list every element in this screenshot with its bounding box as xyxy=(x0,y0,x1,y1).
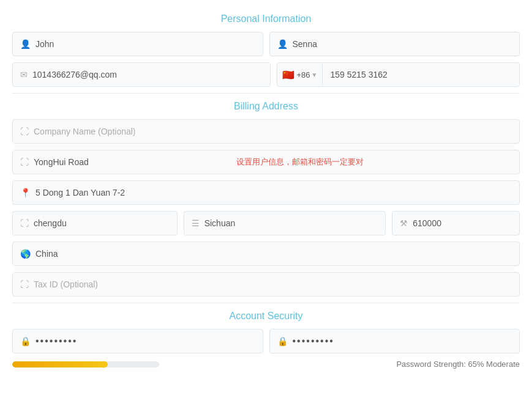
company-placeholder: Company Name (Optional) xyxy=(34,127,136,136)
zip-field[interactable]: ⚒ 610000 xyxy=(392,211,520,235)
chevron-down-icon: ▼ xyxy=(312,72,318,78)
user-icon-2: 👤 xyxy=(277,39,288,49)
tax-icon: ⛶ xyxy=(20,279,29,289)
strength-label: Password Strength: 65% Moderate xyxy=(165,360,520,369)
strength-row: Password Strength: 65% Moderate xyxy=(12,360,520,369)
last-name-value: Senna xyxy=(293,39,317,49)
email-phone-row: ✉ 1014366276@qq.com 🇨🇳 +86 ▼ 159 5215 31… xyxy=(12,62,520,87)
last-name-field[interactable]: 👤 Senna xyxy=(269,32,520,56)
password-field[interactable]: 🔒 ••••••••• xyxy=(12,329,263,353)
personal-info-title: Personal Information xyxy=(12,13,520,24)
street-field[interactable]: ⛶ YongHui Road 设置用户信息，邮箱和密码一定要对 xyxy=(12,150,520,174)
phone-code: +86 xyxy=(297,70,310,79)
phone-number-value: 159 5215 3162 xyxy=(323,65,394,84)
divider-2 xyxy=(12,303,520,303)
email-field[interactable]: ✉ 1014366276@qq.com xyxy=(12,62,271,87)
company-field[interactable]: ⛶ Company Name (Optional) xyxy=(12,119,520,144)
country-value: China xyxy=(36,249,58,259)
state-field[interactable]: ☰ Sichuan xyxy=(184,211,386,235)
billing-address-title: Billing Address xyxy=(12,101,520,112)
street-value: YongHui Road xyxy=(34,157,89,167)
address2-value: 5 Dong 1 Dan Yuan 7-2 xyxy=(36,188,125,197)
email-value: 1014366276@qq.com xyxy=(32,70,117,79)
divider-1 xyxy=(12,93,520,94)
account-security-section: Account Security 🔒 ••••••••• 🔒 •••••••••… xyxy=(12,311,520,369)
phone-field[interactable]: 🇨🇳 +86 ▼ 159 5215 3162 xyxy=(277,62,520,87)
address2-row: 📍 5 Dong 1 Dan Yuan 7-2 xyxy=(12,180,520,205)
state-value: Sichuan xyxy=(204,218,236,228)
tax-row: ⛶ Tax ID (Optional) xyxy=(12,272,520,297)
state-icon: ☰ xyxy=(192,218,200,228)
phone-country-selector[interactable]: 🇨🇳 +86 ▼ xyxy=(277,64,323,86)
street-row: ⛶ YongHui Road 设置用户信息，邮箱和密码一定要对 xyxy=(12,150,520,174)
name-row: 👤 John 👤 Senna xyxy=(12,32,520,56)
account-security-title: Account Security xyxy=(12,311,520,322)
zip-icon: ⚒ xyxy=(400,218,408,228)
city-state-zip-row: ⛶ chengdu ☰ Sichuan ⚒ 610000 xyxy=(12,211,520,235)
confirm-password-dots: ••••••••• xyxy=(293,336,334,347)
password-dots: ••••••••• xyxy=(36,336,77,347)
country-row: 🌎 China xyxy=(12,242,520,266)
city-value: chengdu xyxy=(34,218,67,228)
personal-info-section: Personal Information 👤 John 👤 Senna ✉ 10… xyxy=(12,13,520,87)
city-icon: ⛶ xyxy=(20,218,29,228)
lock-icon: 🔒 xyxy=(20,336,31,346)
first-name-field[interactable]: 👤 John xyxy=(12,32,263,56)
strength-bar-fill xyxy=(12,361,108,367)
map-icon: ⛶ xyxy=(20,157,29,167)
country-field[interactable]: 🌎 China xyxy=(12,242,520,266)
user-icon: 👤 xyxy=(20,39,31,49)
building-icon: ⛶ xyxy=(20,127,29,136)
tax-placeholder: Tax ID (Optional) xyxy=(34,279,98,289)
first-name-value: John xyxy=(36,39,54,49)
annotation-text: 设置用户信息，邮箱和密码一定要对 xyxy=(89,157,512,168)
company-row: ⛶ Company Name (Optional) xyxy=(12,119,520,144)
tax-field[interactable]: ⛶ Tax ID (Optional) xyxy=(12,272,520,297)
lock-icon-2: 🔒 xyxy=(277,336,288,346)
flag-icon: 🇨🇳 xyxy=(282,69,294,81)
address2-field[interactable]: 📍 5 Dong 1 Dan Yuan 7-2 xyxy=(12,180,520,205)
confirm-password-field[interactable]: 🔒 ••••••••• xyxy=(269,329,520,353)
city-field[interactable]: ⛶ chengdu xyxy=(12,211,178,235)
zip-value: 610000 xyxy=(413,218,441,228)
strength-bar-container xyxy=(12,361,159,367)
pin-icon: 📍 xyxy=(20,188,31,197)
password-row: 🔒 ••••••••• 🔒 ••••••••• xyxy=(12,329,520,353)
email-icon: ✉ xyxy=(20,70,28,79)
billing-address-section: Billing Address ⛶ Company Name (Optional… xyxy=(12,101,520,297)
globe-icon: 🌎 xyxy=(20,249,31,259)
